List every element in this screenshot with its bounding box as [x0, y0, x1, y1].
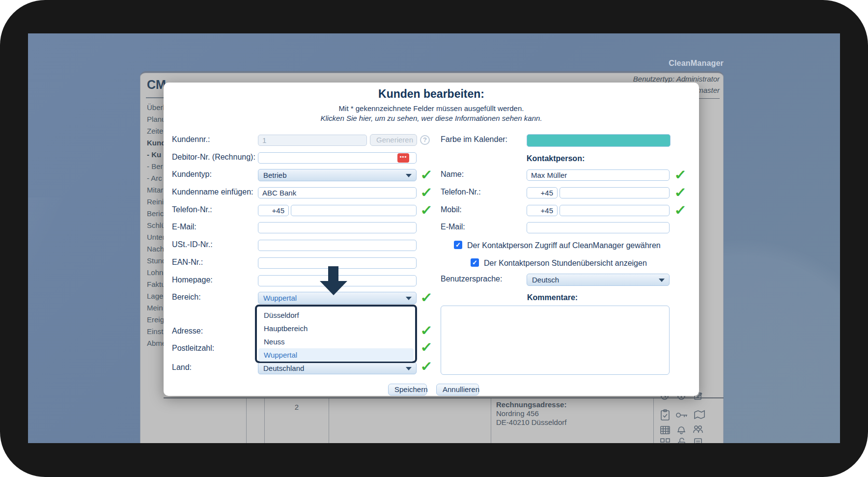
kundennr-input — [258, 135, 367, 146]
email-input[interactable] — [258, 222, 417, 233]
user-type-label: Benutzertyp: Administrator — [633, 75, 720, 83]
bereich-dropdown-menu: Düsseldorf Hauptbereich Neuss Wuppertal — [255, 305, 417, 363]
chevron-down-icon — [406, 297, 412, 300]
kontakt-name-input[interactable] — [527, 169, 670, 181]
zugriff-checkbox[interactable]: ✓ — [454, 241, 462, 249]
kontakt-name-label: Name: — [441, 170, 464, 179]
calendar-color-swatch[interactable] — [527, 134, 671, 147]
homepage-label: Homepage: — [172, 276, 213, 284]
clipboard-check-icon[interactable] — [660, 409, 671, 421]
valid-check-icon: ✓ — [420, 325, 433, 337]
table-column-line — [329, 398, 329, 443]
kontaktperson-heading: Kontaktperson: — [527, 154, 585, 163]
kontakt-email-input[interactable] — [527, 222, 670, 233]
brand-logo: CleanManager — [669, 59, 724, 68]
chevron-down-icon — [406, 174, 412, 177]
valid-check-icon: ✓ — [674, 169, 687, 181]
kundenname-input[interactable] — [258, 187, 417, 198]
plz-label: Postleitzahl: — [172, 344, 214, 353]
bell-icon[interactable] — [676, 424, 686, 435]
billing-address-line1: Nordring 456 — [496, 409, 566, 418]
valid-check-icon: ✓ — [420, 169, 433, 181]
bereich-option-neuss[interactable]: Neuss — [258, 335, 414, 348]
bereich-value: Wuppertal — [263, 294, 297, 302]
ean-label: EAN-Nr.: — [172, 258, 203, 267]
chevron-down-icon — [659, 279, 665, 282]
email-label: E-Mail: — [172, 223, 196, 231]
table-border — [164, 397, 724, 398]
valid-check-icon: ✓ — [674, 204, 687, 216]
kontakt-telefon-label: Telefon-Nr.: — [441, 188, 481, 196]
pointer-arrow-head — [320, 281, 347, 295]
unlock-icon[interactable] — [676, 437, 686, 443]
billing-address-block: Rechnungsadresse: Nordring 456 DE-40210 … — [496, 400, 566, 427]
help-icon[interactable]: ? — [420, 135, 430, 145]
land-label: Land: — [172, 363, 192, 372]
valid-check-icon: ✓ — [420, 292, 433, 304]
kontakt-email-label: E-Mail: — [441, 223, 465, 231]
bereich-option-hauptbereich[interactable]: Hauptbereich — [258, 322, 414, 335]
cancel-button[interactable]: Annullieren — [436, 384, 479, 395]
valid-check-icon: ✓ — [420, 204, 433, 216]
edit-customer-modal: Kunden bearbeiten: Mit * gekennzeichnete… — [164, 83, 699, 396]
kundentyp-select[interactable]: Betrieb — [258, 169, 417, 181]
generate-number-button[interactable]: Generieren — [370, 134, 417, 146]
kundentyp-label: Kundentyp: — [172, 170, 212, 179]
table-column-line — [246, 398, 247, 443]
benutzersprache-value: Deutsch — [532, 276, 559, 284]
ust-input[interactable] — [258, 240, 417, 251]
page: CleanManager CM Überl Planu Zeite Kund -… — [0, 0, 868, 477]
calendar-icon[interactable] — [660, 425, 671, 435]
table-column-line — [653, 398, 654, 443]
desktop-background: CleanManager CM Überl Planu Zeite Kund -… — [28, 33, 840, 443]
billing-address-heading: Rechnungsadresse: — [496, 400, 566, 409]
valid-check-icon: ✓ — [420, 361, 433, 372]
kundentyp-value: Betrieb — [263, 171, 287, 179]
stundenuebersicht-checkbox-label: Der Kontaktperson Stundenübersicht anzei… — [484, 259, 647, 268]
visibility-info-link[interactable]: Klicken Sie hier, um zu sehen, wer diese… — [164, 114, 699, 122]
debitor-input[interactable] — [258, 152, 417, 164]
kontakt-mobil-prefix-input[interactable] — [527, 205, 558, 216]
land-select[interactable]: Deutschland — [258, 362, 417, 374]
valid-check-icon: ✓ — [420, 341, 433, 353]
farbe-label: Farbe im Kalender: — [441, 135, 507, 144]
pointer-arrow — [328, 266, 338, 282]
stundenuebersicht-checkbox[interactable]: ✓ — [471, 258, 479, 267]
kommentare-heading: Kommentare: — [527, 293, 578, 302]
required-fields-note: Mit * gekennzeichnete Felder müssen ausg… — [164, 104, 699, 112]
debitor-label: Debitor-Nr. (Rechnung): — [172, 153, 255, 162]
document-icon[interactable] — [693, 438, 703, 443]
bereich-option-duesseldorf[interactable]: Düsseldorf — [258, 309, 414, 322]
kontakt-telefon-prefix-input[interactable] — [527, 187, 558, 198]
kontakt-mobil-input[interactable] — [560, 205, 670, 216]
benutzersprache-label: Benutzersprache: — [441, 275, 502, 283]
users-icon[interactable] — [692, 424, 704, 435]
telefon-label: Telefon-Nr.: — [172, 205, 212, 214]
kundenname-label: Kundenname einfügen: — [172, 188, 253, 196]
modal-title: Kunden bearbeiten: — [164, 87, 699, 101]
land-value: Deutschland — [263, 364, 304, 372]
red-dots-icon[interactable]: ••• — [397, 153, 409, 163]
valid-check-icon: ✓ — [420, 187, 433, 198]
adresse-label: Adresse: — [172, 327, 203, 336]
table-column-line — [264, 398, 265, 443]
kontakt-mobil-label: Mobil: — [441, 205, 462, 214]
map-icon[interactable] — [693, 409, 706, 420]
ust-label: USt.-ID-Nr.: — [172, 240, 213, 249]
qr-code-icon[interactable] — [660, 438, 671, 443]
kontakt-telefon-input[interactable] — [560, 187, 670, 198]
billing-address-line2: DE-40210 Düsseldorf — [496, 418, 566, 427]
chevron-down-icon — [406, 367, 412, 370]
zugriff-checkbox-label: Der Kontaktperson Zugriff auf CleanManag… — [467, 241, 661, 250]
benutzersprache-select[interactable]: Deutsch — [527, 274, 670, 286]
table-column-line — [491, 398, 491, 443]
bereich-option-wuppertal-selected[interactable]: Wuppertal — [258, 348, 414, 362]
key-icon[interactable] — [675, 411, 688, 419]
save-button[interactable]: Speichern — [388, 384, 427, 395]
bereich-label: Bereich: — [172, 293, 201, 302]
kommentare-textarea[interactable] — [441, 306, 670, 375]
telefon-prefix-input[interactable] — [258, 205, 289, 216]
telefon-input[interactable] — [291, 205, 417, 216]
valid-check-icon: ✓ — [674, 187, 687, 198]
kundennr-label: Kundennr.: — [172, 135, 210, 144]
